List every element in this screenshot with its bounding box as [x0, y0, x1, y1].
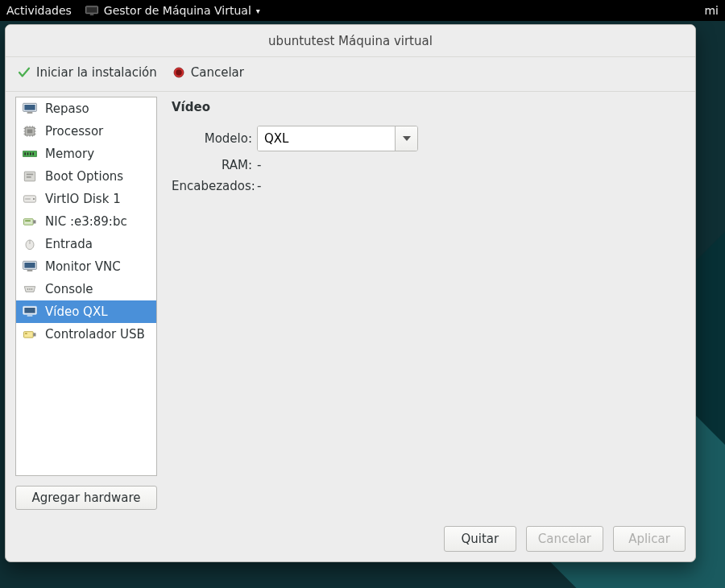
- sidebar-item-overview[interactable]: Repaso: [16, 97, 156, 120]
- detail-pane: Vídeo Modelo: RAM: - Encabezados: -: [172, 97, 686, 510]
- begin-install-label: Iniciar la instalación: [36, 65, 157, 80]
- window-toolbar: Iniciar la instalación Cancelar: [6, 57, 695, 92]
- activities-button[interactable]: Actividades: [6, 4, 72, 17]
- sidebar-item-label: NIC :e3:89:bc: [45, 214, 127, 229]
- app-menu[interactable]: Gestor de Máquina Virtual ▾: [85, 3, 260, 18]
- check-icon: [17, 65, 31, 80]
- sidebar-item-console[interactable]: Console: [16, 278, 156, 300]
- svg-rect-1: [87, 7, 97, 12]
- svg-rect-33: [24, 308, 35, 313]
- sidebar-item-label: Repaso: [45, 101, 89, 116]
- window-title: ubuntutest Máquina virtual: [268, 34, 433, 48]
- svg-rect-35: [24, 332, 34, 338]
- heads-value: -: [257, 179, 261, 193]
- sidebar-item-label: Controlador USB: [45, 327, 145, 342]
- clock-or-menu[interactable]: mi: [704, 4, 719, 17]
- cancel-icon: [172, 65, 186, 80]
- sidebar-item-display[interactable]: Monitor VNC: [16, 255, 156, 278]
- svg-rect-20: [25, 198, 31, 200]
- svg-rect-28: [27, 270, 33, 271]
- mouse-icon: [21, 237, 39, 251]
- sidebar-item-label: Entrada: [45, 237, 93, 251]
- svg-point-19: [33, 198, 35, 200]
- cancel-button[interactable]: Cancelar: [526, 526, 603, 552]
- svg-point-30: [29, 288, 31, 290]
- cancel-install-button[interactable]: Cancelar: [172, 65, 244, 80]
- chevron-down-icon: [403, 136, 411, 141]
- serial-icon: [21, 282, 39, 296]
- svg-rect-13: [30, 152, 31, 155]
- sidebar-item-memory[interactable]: Memory: [16, 143, 156, 165]
- nic-icon: [21, 214, 39, 229]
- svg-rect-2: [90, 14, 94, 16]
- ram-value: -: [257, 158, 261, 172]
- monitor-icon: [21, 304, 39, 319]
- app-menu-label: Gestor de Máquina Virtual: [104, 4, 251, 17]
- svg-rect-16: [27, 174, 33, 176]
- sidebar-item-label: Vídeo QXL: [45, 304, 108, 319]
- dialog-footer: Quitar Cancelar Aplicar: [6, 518, 695, 561]
- sidebar-item-label: Console: [45, 282, 93, 296]
- video-model-input[interactable]: [258, 126, 395, 151]
- sidebar-item-disk[interactable]: VirtIO Disk 1: [16, 188, 156, 210]
- sidebar-item-boot[interactable]: Boot Options: [16, 165, 156, 188]
- svg-point-29: [27, 288, 29, 290]
- sidebar-item-processor[interactable]: Processor: [16, 120, 156, 143]
- add-hardware-button[interactable]: Agregar hardware: [15, 486, 157, 510]
- monitor-icon: [21, 259, 39, 274]
- svg-rect-9: [27, 130, 33, 134]
- gnome-top-bar: Actividades Gestor de Máquina Virtual ▾ …: [0, 0, 725, 21]
- svg-rect-37: [25, 333, 27, 334]
- sidebar-item-input[interactable]: Entrada: [16, 233, 156, 255]
- sidebar-item-label: VirtIO Disk 1: [45, 192, 121, 206]
- sidebar-item-nic[interactable]: NIC :e3:89:bc: [16, 210, 156, 233]
- cancel-install-label: Cancelar: [191, 65, 244, 80]
- window-titlebar: ubuntutest Máquina virtual: [6, 25, 695, 57]
- usb-icon: [21, 327, 39, 342]
- svg-rect-11: [24, 152, 26, 155]
- hardware-list[interactable]: Repaso Processor Memory Boot Options Vir: [15, 97, 157, 476]
- heads-label: Encabezados:: [172, 179, 257, 193]
- sidebar-item-video[interactable]: Vídeo QXL: [16, 300, 156, 323]
- svg-rect-23: [25, 220, 31, 222]
- svg-rect-6: [24, 105, 35, 110]
- sidebar-item-label: Boot Options: [45, 169, 123, 184]
- sidebar-item-usb[interactable]: Controlador USB: [16, 323, 156, 346]
- svg-rect-36: [33, 333, 35, 336]
- svg-rect-14: [32, 152, 34, 155]
- sidebar-item-label: Processor: [45, 124, 103, 139]
- monitor-icon: [21, 101, 39, 116]
- svg-rect-12: [27, 152, 29, 155]
- cpu-icon: [21, 124, 39, 139]
- svg-rect-34: [27, 315, 33, 317]
- svg-rect-22: [33, 220, 35, 223]
- sidebar-item-label: Memory: [45, 147, 94, 161]
- video-model-dropdown-button[interactable]: [395, 126, 417, 151]
- apply-button[interactable]: Aplicar: [613, 526, 686, 552]
- svg-rect-17: [27, 176, 31, 178]
- ram-label: RAM:: [172, 158, 257, 172]
- svg-point-31: [31, 288, 33, 290]
- svg-rect-7: [27, 112, 33, 114]
- boot-icon: [21, 169, 39, 184]
- memory-icon: [21, 147, 39, 161]
- chevron-down-icon: ▾: [256, 6, 260, 15]
- disk-icon: [21, 192, 39, 206]
- sidebar-item-label: Monitor VNC: [45, 259, 121, 274]
- svg-rect-27: [24, 263, 35, 268]
- begin-install-button[interactable]: Iniciar la instalación: [17, 65, 157, 80]
- svg-point-4: [176, 69, 182, 76]
- detail-heading: Vídeo: [172, 100, 686, 114]
- svg-rect-21: [24, 219, 34, 226]
- virt-manager-icon: [85, 3, 99, 18]
- video-model-combo[interactable]: [257, 126, 418, 151]
- remove-button[interactable]: Quitar: [444, 526, 516, 552]
- vm-config-window: ubuntutest Máquina virtual Iniciar la in…: [5, 24, 696, 562]
- model-label: Modelo:: [172, 131, 257, 146]
